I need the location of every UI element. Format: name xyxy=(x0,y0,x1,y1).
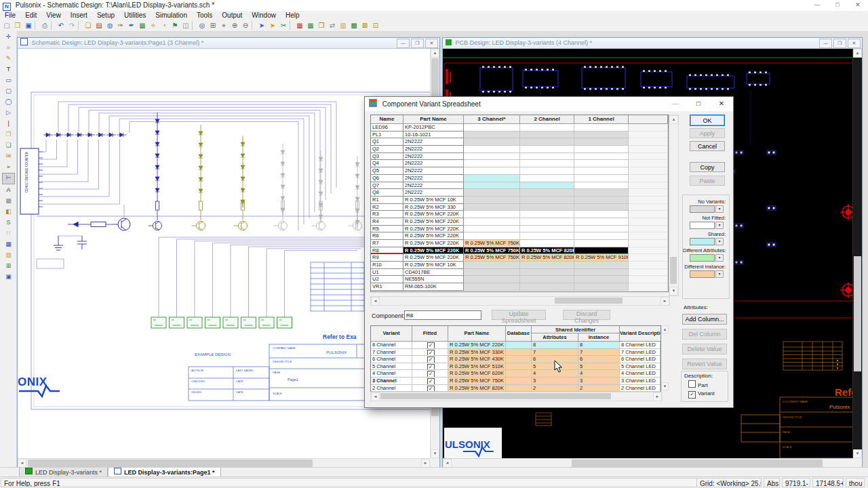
variant-cell[interactable] xyxy=(520,232,574,240)
zoom-window-icon[interactable]: ⊞ xyxy=(208,20,218,30)
zoom-out-icon[interactable]: ⊖ xyxy=(240,20,251,30)
pattern-icon[interactable]: ▩ xyxy=(3,196,14,206)
variant-cell[interactable] xyxy=(520,153,574,161)
component-name-cell[interactable]: Q6 xyxy=(371,175,403,182)
part-name-cell[interactable]: R 0.25W 5% MCF 620K xyxy=(448,370,506,378)
part-name-cell[interactable]: R 0.25W 5% MCF 220K xyxy=(403,240,464,247)
variant-cell[interactable] xyxy=(464,276,520,283)
component-name-cell[interactable]: U1 xyxy=(371,269,403,277)
zoom-cursor-icon[interactable]: ⌖ xyxy=(218,20,229,30)
component-name-cell[interactable]: R8 xyxy=(371,247,403,255)
grid-tool-icon[interactable]: ⌗ xyxy=(3,43,14,53)
select-arrow-icon[interactable]: ➤ xyxy=(256,20,267,30)
variant-cell[interactable] xyxy=(574,262,629,269)
legend-color-swatch[interactable] xyxy=(690,238,715,245)
variant-cell[interactable] xyxy=(464,232,520,240)
rect-tool-icon[interactable]: ▭ xyxy=(3,75,14,85)
undo-icon[interactable]: ↶ xyxy=(56,20,66,30)
part-name-cell[interactable]: 2N2222 xyxy=(403,153,464,161)
edit-tool-icon[interactable]: ✑ xyxy=(115,20,126,30)
variant-cell[interactable]: R 0.25W 5% MCF 750K xyxy=(464,254,520,262)
legend-dropdown-arrow[interactable]: ▾ xyxy=(715,238,724,245)
variant-cell[interactable] xyxy=(520,167,574,175)
database-cell[interactable] xyxy=(506,370,532,378)
variant-cell[interactable] xyxy=(574,218,629,226)
component-name-cell[interactable]: R1 xyxy=(371,197,403,204)
child-minimize-button[interactable]: — xyxy=(819,39,832,48)
variant-cell[interactable] xyxy=(464,197,520,204)
fitted-checkbox[interactable]: ✓ xyxy=(427,342,435,349)
legend-dropdown-arrow[interactable]: ▾ xyxy=(715,205,724,213)
component-name-cell[interactable]: R2 xyxy=(371,204,403,211)
child-close-button[interactable]: ✕ xyxy=(848,39,861,48)
dots-icon[interactable]: ∷ xyxy=(3,228,14,239)
menu-utilities[interactable]: Utilities xyxy=(119,11,151,20)
variant-cell[interactable] xyxy=(520,240,574,247)
legend-dropdown-arrow[interactable]: ▾ xyxy=(715,254,724,262)
component-name-cell[interactable]: U2 xyxy=(371,276,403,283)
variants-table-hscrollbar[interactable]: ◄ ► xyxy=(370,392,663,401)
description-cell[interactable]: 6 Channel LED xyxy=(620,356,660,363)
part-name-cell[interactable]: RM-065-100K xyxy=(403,283,464,291)
discard-changes-button[interactable]: Discard Changes xyxy=(563,310,610,320)
variant-cell[interactable] xyxy=(520,211,574,218)
redo-icon[interactable]: ↷ xyxy=(66,20,77,30)
fitted-cell[interactable]: ✓ xyxy=(412,342,448,349)
variant-cell[interactable] xyxy=(520,182,574,190)
grid-icon[interactable]: ▦ xyxy=(137,20,148,30)
variant-cell[interactable] xyxy=(464,269,520,277)
window-icon[interactable]: ⊞ xyxy=(3,261,14,271)
variant-cell[interactable] xyxy=(574,232,629,240)
square-tool-icon[interactable]: ▢ xyxy=(3,86,14,96)
clock-icon[interactable]: ◔ xyxy=(159,20,170,30)
fitted-checkbox[interactable]: ✓ xyxy=(427,386,435,392)
pcb-vscrollbar[interactable]: ▲ ▼ xyxy=(852,49,862,458)
column-header-shared-identifier[interactable]: Shared Identifier xyxy=(532,326,620,333)
variant-name-cell[interactable]: 8 Channel xyxy=(371,342,412,349)
menu-view[interactable]: View xyxy=(41,11,66,20)
delete-value-button[interactable]: Delete Value xyxy=(682,344,727,354)
fitted-checkbox[interactable]: ✓ xyxy=(427,364,435,371)
child-close-button[interactable]: ✕ xyxy=(425,39,438,48)
column-header-database[interactable]: Database xyxy=(506,326,532,341)
filled-sheet-icon[interactable]: ▣ xyxy=(3,272,14,282)
variant-cell[interactable]: R 0.25W 5% MCF 750K xyxy=(464,247,520,255)
variant-table-hscrollbar[interactable]: ◄ ► xyxy=(370,296,670,306)
pcb-vscroll-thumb[interactable] xyxy=(854,256,861,371)
paste-doc-icon[interactable]: ❏ xyxy=(3,140,14,150)
variant-cell[interactable] xyxy=(574,269,629,277)
variants-scroll-down-arrow[interactable]: ▼ xyxy=(661,382,669,390)
variant-cell[interactable] xyxy=(574,124,629,131)
instance-cell[interactable]: 5 xyxy=(578,363,620,371)
menu-setup[interactable]: Setup xyxy=(92,11,119,20)
scroll-up-arrow[interactable]: ▲ xyxy=(431,49,439,58)
part-name-cell[interactable]: NE555N xyxy=(403,276,464,283)
variant-cell[interactable] xyxy=(520,226,574,233)
schematic-hscroll-thumb[interactable] xyxy=(28,460,313,467)
part-name-cell[interactable]: R 0.25W 5% MCF 220K xyxy=(403,254,464,262)
part-name-cell[interactable]: R 0.25W 5% MCF 430K xyxy=(448,356,506,363)
fitted-checkbox[interactable]: ✓ xyxy=(427,350,435,357)
description-cell[interactable]: 8 Channel LED xyxy=(620,342,660,349)
component-name-cell[interactable]: Q5 xyxy=(371,167,403,175)
component-name-cell[interactable]: VR1 xyxy=(371,283,403,291)
document-tab-2[interactable]: LED Display-3-variants:Page1 * xyxy=(108,468,221,477)
variant-cell[interactable] xyxy=(520,124,574,131)
column-header-name[interactable]: Name xyxy=(371,115,403,124)
variant-cell[interactable]: R 0.25W 5% MCF 910K xyxy=(574,254,629,262)
description-cell[interactable]: 5 Channel LED xyxy=(620,363,660,371)
pick-arrow-icon[interactable]: ➤ xyxy=(267,20,278,30)
database-cell[interactable] xyxy=(506,349,532,357)
legend-color-swatch[interactable] xyxy=(690,254,715,262)
fitted-checkbox[interactable]: ✓ xyxy=(427,378,435,385)
column-header-2-channel[interactable]: 2 Channel xyxy=(520,115,574,124)
cancel-button[interactable]: Cancel xyxy=(690,141,725,151)
variant-cell[interactable] xyxy=(464,131,520,139)
variant-cell[interactable] xyxy=(574,167,629,175)
attributes-cell[interactable]: 8 xyxy=(532,342,578,349)
database-cell[interactable] xyxy=(506,385,532,392)
sketch-tool-icon[interactable]: ✎ xyxy=(3,54,14,64)
minimize-button[interactable]: — xyxy=(807,0,827,10)
part-name-cell[interactable]: R 0.25W 5% MCF 750K xyxy=(448,378,506,385)
scroll-right-arrow[interactable]: ► xyxy=(660,297,669,306)
